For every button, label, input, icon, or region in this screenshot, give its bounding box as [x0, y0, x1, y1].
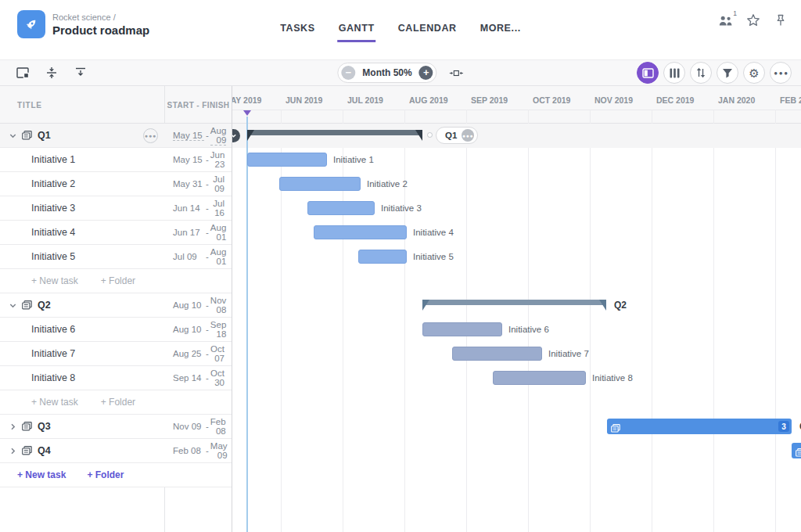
chevron-right-icon[interactable]	[7, 422, 18, 431]
finish-date[interactable]: Sep 18	[210, 320, 226, 339]
row-dates-cell[interactable]: May 15-Aug 09	[164, 124, 232, 147]
row-title[interactable]: Initiative 7	[31, 348, 75, 359]
start-date[interactable]: Nov 09	[173, 422, 204, 431]
gantt-bar[interactable]	[358, 250, 407, 264]
gantt-bar[interactable]	[314, 225, 407, 239]
tab-calendar[interactable]: CALENDAR	[397, 18, 458, 42]
table-chart-divider[interactable]	[232, 86, 232, 532]
table-row[interactable]: Q1 ●●● May 15-Aug 09	[0, 124, 232, 148]
new-folder-link[interactable]: + Folder	[101, 275, 135, 286]
gantt-chart-viewport[interactable]: MAY 2019JUN 2019JUL 2019AUG 2019SEP 2019…	[232, 86, 801, 532]
row-title-cell[interactable]: Initiative 1	[0, 148, 164, 171]
row-dates-cell[interactable]: Jun 14-Jul 16	[164, 196, 232, 220]
new-task-link[interactable]: + New task	[17, 469, 66, 480]
tab-more[interactable]: MORE...	[480, 18, 522, 42]
timescale-label[interactable]: Month 50%	[362, 67, 411, 78]
finish-date[interactable]: Aug 01	[210, 247, 226, 266]
start-date[interactable]: May 15	[173, 131, 204, 141]
gantt-bar[interactable]	[279, 177, 361, 191]
collapse-rows-icon[interactable]	[45, 66, 59, 80]
filter-icon[interactable]	[717, 62, 738, 84]
row-title[interactable]: Q1	[38, 130, 51, 141]
finish-date[interactable]: Feb 08	[210, 417, 226, 436]
finish-date[interactable]: Jul 09	[210, 174, 224, 193]
gantt-bar[interactable]	[247, 153, 327, 167]
tab-tasks[interactable]: TASKS	[279, 18, 315, 42]
row-dates-cell[interactable]: Aug 10-Sep 18	[164, 318, 232, 341]
row-dates-cell[interactable]: Jul 09-Aug 01	[164, 245, 232, 268]
row-dates-cell[interactable]: Feb 08-May 09	[164, 439, 232, 462]
group-menu-icon[interactable]: ●●●	[462, 129, 474, 142]
row-title-cell[interactable]: Initiative 2	[0, 172, 164, 196]
start-date[interactable]: Sep 14	[173, 373, 204, 383]
row-title[interactable]: Initiative 6	[31, 324, 75, 335]
row-dates-cell[interactable]: Jun 17-Aug 01	[164, 221, 232, 244]
row-title[interactable]: Initiative 8	[31, 372, 75, 383]
row-title[interactable]: Initiative 3	[31, 203, 75, 214]
row-dates-cell[interactable]: May 15-Jun 23	[164, 148, 232, 171]
new-task-link[interactable]: + New task	[31, 397, 78, 408]
gantt-group-bracket[interactable]	[247, 130, 422, 141]
snapshot-icon[interactable]	[16, 66, 30, 80]
panel-layout-icon[interactable]	[637, 62, 659, 84]
new-folder-link[interactable]: + Folder	[101, 397, 135, 408]
row-title-cell[interactable]: Initiative 5	[0, 245, 164, 268]
row-title[interactable]: Initiative 1	[31, 154, 75, 165]
finish-date[interactable]: Aug 01	[210, 223, 226, 242]
row-title[interactable]: Q4	[38, 445, 51, 456]
finish-date[interactable]: Oct 30	[210, 368, 224, 387]
finish-date[interactable]: Oct 07	[210, 344, 224, 363]
chevron-right-icon[interactable]	[7, 447, 18, 455]
chevron-down-icon[interactable]	[7, 131, 18, 140]
row-title[interactable]: Initiative 4	[31, 227, 75, 238]
zoom-out-icon[interactable]: −	[341, 66, 355, 80]
gantt-bar[interactable]	[493, 371, 586, 385]
table-row[interactable]: Initiative 7 Aug 25-Oct 07	[0, 342, 232, 366]
row-title-cell[interactable]: Q1 ●●●	[0, 124, 164, 147]
tab-gantt[interactable]: GANTT	[338, 18, 375, 42]
row-menu-button[interactable]: ●●●	[143, 128, 158, 143]
gantt-collapsed-group-bar[interactable]	[792, 443, 801, 458]
row-dates-cell[interactable]: Nov 09-Feb 08	[164, 415, 232, 438]
table-row[interactable]: Q4 Feb 08-May 09	[0, 439, 232, 463]
row-title-cell[interactable]: Initiative 3	[0, 196, 164, 220]
collapse-all-icon[interactable]	[74, 66, 88, 80]
start-date[interactable]: May 31	[173, 179, 204, 189]
row-dates-cell[interactable]: Aug 25-Oct 07	[164, 342, 232, 365]
row-title-cell[interactable]: Initiative 6	[0, 318, 164, 341]
finish-date[interactable]: May 09	[210, 441, 228, 460]
gantt-bar[interactable]	[422, 322, 502, 336]
row-title-cell[interactable]: Initiative 7	[0, 342, 164, 365]
table-row[interactable]: Initiative 8 Sep 14-Oct 30	[0, 366, 232, 390]
gantt-bar[interactable]	[307, 201, 375, 215]
group-label-pill[interactable]: Q1●●●	[436, 127, 478, 144]
row-title[interactable]: Initiative 2	[31, 178, 75, 189]
fit-timeline-icon[interactable]	[450, 66, 464, 80]
start-date[interactable]: Jun 17	[173, 228, 204, 237]
gantt-group-bracket[interactable]	[422, 300, 606, 311]
zoom-in-icon[interactable]: +	[419, 66, 433, 80]
ellipsis-icon[interactable]: ●●●	[770, 62, 792, 84]
star-icon[interactable]	[745, 13, 761, 27]
sort-icon[interactable]	[690, 62, 712, 84]
new-task-link[interactable]: + New task	[31, 275, 78, 286]
row-title-cell[interactable]: Q3	[0, 415, 164, 438]
start-date[interactable]: Jun 14	[173, 203, 204, 213]
users-icon[interactable]: 1	[718, 13, 734, 27]
finish-date[interactable]: Jun 23	[210, 150, 225, 169]
start-date[interactable]: Aug 10	[173, 325, 204, 334]
project-brand[interactable]: Rocket science / Product roadmap	[17, 10, 149, 38]
table-row[interactable]: Initiative 3 Jun 14-Jul 16	[0, 196, 232, 221]
start-date[interactable]: Aug 10	[173, 300, 204, 310]
gantt-bar[interactable]	[452, 347, 542, 361]
finish-date[interactable]: Aug 09	[210, 126, 226, 146]
start-date[interactable]: Aug 25	[173, 349, 204, 358]
row-dates-cell[interactable]: May 31-Jul 09	[164, 172, 232, 196]
table-row[interactable]: Initiative 4 Jun 17-Aug 01	[0, 221, 232, 245]
table-row[interactable]: Initiative 1 May 15-Jun 23	[0, 148, 232, 172]
row-title-cell[interactable]: Initiative 4	[0, 221, 164, 244]
pin-icon[interactable]	[773, 13, 788, 27]
row-title[interactable]: Initiative 5	[31, 251, 75, 262]
row-title-cell[interactable]: Initiative 8	[0, 366, 164, 390]
gantt-collapsed-group-bar[interactable]: 3	[607, 419, 792, 434]
